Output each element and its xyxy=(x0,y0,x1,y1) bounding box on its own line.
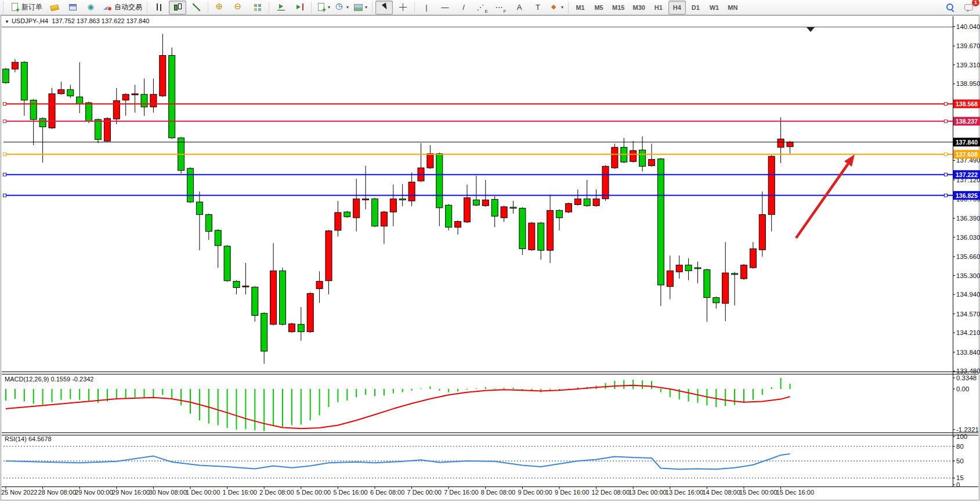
zoom-in-button[interactable] xyxy=(211,1,229,15)
ticket-button[interactable] xyxy=(45,1,63,15)
tile-windows-button[interactable] xyxy=(248,1,266,15)
time-tick-label: 5 Dec 00:00 xyxy=(296,489,331,496)
line-anchor-handle[interactable] xyxy=(3,194,6,197)
auto-scroll-icon xyxy=(276,2,286,12)
equidistant-channel-button[interactable]: ⋰E xyxy=(473,1,491,15)
toolbar-grip[interactable] xyxy=(3,2,6,13)
chart-canvas[interactable]: 140.040139.670139.310138.950137.490137.1… xyxy=(0,0,980,501)
timeframe-m5[interactable]: M5 xyxy=(590,1,607,15)
periods-button[interactable]: ▾ xyxy=(333,1,350,15)
new-chart-button[interactable]: ▾ xyxy=(314,1,332,15)
rsi-tick-label: 0 xyxy=(956,481,960,488)
time-tick-label: 7 Dec 00:00 xyxy=(407,489,442,496)
auto-scroll-button[interactable] xyxy=(272,1,290,15)
horizontal-line-button[interactable]: — xyxy=(436,1,454,15)
candle-body xyxy=(667,271,673,286)
timeframe-mn[interactable]: MN xyxy=(724,1,742,15)
chevron-down-icon[interactable]: ▾ xyxy=(365,5,367,10)
candle-body xyxy=(473,200,479,205)
price-tick-label: 133.840 xyxy=(956,349,980,356)
candle-body xyxy=(704,270,710,298)
candle-body xyxy=(233,282,240,288)
toolbar-separator xyxy=(147,2,147,13)
text-icon: A xyxy=(517,3,522,11)
tile-windows-icon xyxy=(252,2,262,12)
line-anchor-handle[interactable] xyxy=(3,102,6,105)
bar-chart-button[interactable] xyxy=(150,1,168,15)
time-tick-label: 13 Dec 00:00 xyxy=(628,489,666,496)
line-anchor-handle[interactable] xyxy=(945,194,948,197)
candle xyxy=(224,245,230,282)
timeframe-m5-label: M5 xyxy=(592,4,605,11)
candle-body xyxy=(215,230,221,246)
candle xyxy=(169,48,175,139)
chart-collapse-icon[interactable]: ▼ xyxy=(5,19,9,24)
candle-body xyxy=(713,298,719,303)
candle xyxy=(519,207,526,255)
timeframe-d1[interactable]: D1 xyxy=(687,1,704,15)
new-order-button[interactable]: 新订单 xyxy=(8,1,44,15)
time-tick-label: 29 Nov 00:00 xyxy=(75,489,113,496)
arrows-button[interactable]: ▾ xyxy=(548,1,565,15)
auto-trading-button[interactable]: 自动交易 xyxy=(101,1,144,15)
chart-window-button[interactable] xyxy=(64,1,81,15)
line-anchor-handle[interactable] xyxy=(3,120,6,122)
candle-body xyxy=(519,208,526,249)
trendline-button[interactable]: / xyxy=(455,1,472,15)
signal-button[interactable] xyxy=(82,1,100,15)
line-chart-button[interactable] xyxy=(187,1,205,15)
text-button[interactable]: A xyxy=(511,1,528,15)
candle-body xyxy=(270,271,277,324)
timeframe-m30[interactable]: M30 xyxy=(629,1,648,15)
candlestick-button[interactable] xyxy=(169,1,186,15)
candle-body xyxy=(280,271,286,324)
candle-body xyxy=(427,154,433,168)
timeframe-w1[interactable]: W1 xyxy=(706,1,723,15)
templates-button[interactable]: ▾ xyxy=(352,1,369,15)
candle-body xyxy=(104,118,110,141)
price-tick-label: 134.570 xyxy=(956,311,980,318)
timeframe-h4[interactable]: H4 xyxy=(668,1,686,15)
zoom-out-button[interactable] xyxy=(230,1,247,15)
candle-body xyxy=(77,97,83,104)
new-order-button-label: 新订单 xyxy=(21,2,42,12)
crosshair-button[interactable] xyxy=(394,1,411,15)
chart-shift-button[interactable] xyxy=(291,1,308,15)
line-anchor-handle[interactable] xyxy=(3,153,6,156)
rsi-tick-label: 80 xyxy=(956,443,964,450)
candle-body xyxy=(722,273,729,303)
timeframe-m15[interactable]: M15 xyxy=(609,1,628,15)
chevron-down-icon[interactable]: ▾ xyxy=(561,5,563,10)
line-anchor-handle[interactable] xyxy=(945,102,948,105)
text-label-button[interactable]: T xyxy=(529,1,547,15)
candle-body xyxy=(593,199,599,206)
chevron-down-icon[interactable]: ▾ xyxy=(328,5,330,10)
candle-body xyxy=(58,89,64,93)
price-tick-label: 139.310 xyxy=(956,62,980,69)
line-anchor-handle[interactable] xyxy=(945,120,948,122)
candle-body xyxy=(316,282,323,289)
line-anchor-handle[interactable] xyxy=(945,173,948,176)
candle-body xyxy=(224,246,230,281)
time-tick-label: 9 Dec 16:00 xyxy=(555,489,589,496)
candle-body xyxy=(602,166,609,199)
line-anchor-handle[interactable] xyxy=(945,153,948,156)
timeframe-m1[interactable]: M1 xyxy=(572,1,589,15)
search-button[interactable] xyxy=(941,1,959,15)
line-anchor-handle[interactable] xyxy=(3,173,6,176)
vertical-line-button[interactable]: | xyxy=(418,1,435,15)
timeframe-h1[interactable]: H1 xyxy=(650,1,667,15)
fibonacci-icon: ⋯ xyxy=(496,3,503,11)
candle-body xyxy=(510,207,516,208)
cursor-button[interactable] xyxy=(375,1,393,15)
line-chart-icon xyxy=(191,2,201,12)
fibonacci-button[interactable]: ⋯F xyxy=(492,1,509,15)
candlestick-icon xyxy=(173,2,183,12)
chevron-down-icon[interactable]: ▾ xyxy=(346,5,349,10)
price-tick-label: 133.480 xyxy=(956,367,980,374)
new-chart-icon xyxy=(316,2,326,12)
candle-body xyxy=(529,223,535,250)
chat-button[interactable]: 1 xyxy=(960,1,977,15)
time-tick-label: 25 Nov 2022 xyxy=(1,489,37,496)
macd-tick-label: 0.00 xyxy=(956,385,969,392)
